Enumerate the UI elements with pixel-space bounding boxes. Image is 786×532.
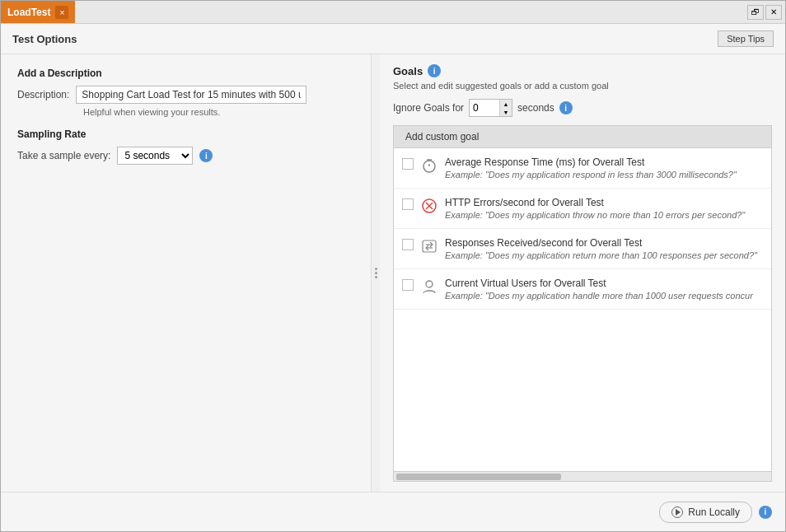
- close-tab-button[interactable]: ×: [55, 6, 68, 19]
- app-title: LoadTest: [7, 7, 50, 18]
- goal-text-2: HTTP Errors/second for Overall Test Exam…: [445, 197, 763, 220]
- sample-label: Take a sample every:: [17, 150, 110, 161]
- title-tab: LoadTest ×: [1, 1, 75, 23]
- svg-rect-7: [423, 240, 436, 252]
- run-locally-button[interactable]: Run Locally: [659, 502, 752, 523]
- description-field-row: Description:: [17, 86, 354, 104]
- ignore-value-input-wrap: ▲ ▼: [469, 99, 512, 117]
- panel-header: Test Options Step Tips: [1, 24, 785, 54]
- goal-item: Responses Received/second for Overall Te…: [394, 229, 771, 269]
- play-icon: [671, 506, 683, 518]
- sampling-section: Sampling Rate Take a sample every: 5 sec…: [17, 128, 354, 165]
- goal-title-1: Average Response Time (ms) for Overall T…: [445, 156, 763, 168]
- timer-icon: [420, 156, 438, 175]
- goal-item: Current Virtual Users for Overall Test E…: [394, 269, 771, 310]
- goal-example-3: Example: "Does my application return mor…: [445, 250, 763, 260]
- footer: Run Locally i: [1, 492, 785, 531]
- goal-checkbox-3[interactable]: [402, 239, 414, 250]
- goal-example-4: Example: "Does my application handle mor…: [445, 291, 763, 301]
- ignore-value-input[interactable]: [470, 100, 499, 116]
- description-help: Helpful when viewing your results.: [83, 107, 354, 117]
- goal-checkbox-2[interactable]: [402, 198, 414, 210]
- add-custom-goal-button[interactable]: Add custom goal: [394, 126, 771, 148]
- seconds-label: seconds: [517, 102, 554, 114]
- divider-dot-3: [375, 276, 377, 278]
- goal-text-1: Average Response Time (ms) for Overall T…: [445, 156, 763, 180]
- right-panel: Goals i Select and edit suggested goals …: [380, 54, 785, 492]
- goals-list: Average Response Time (ms) for Overall T…: [394, 148, 771, 471]
- main-content: Add a Description Description: Helpful w…: [1, 54, 785, 492]
- left-panel: Add a Description Description: Helpful w…: [1, 54, 372, 492]
- svg-point-10: [426, 281, 433, 287]
- spin-up-button[interactable]: ▲: [500, 100, 512, 108]
- goal-checkbox-1[interactable]: [402, 158, 414, 170]
- goals-subtitle: Select and edit suggested goals or add a…: [393, 81, 772, 91]
- restore-button[interactable]: 🗗: [747, 5, 764, 20]
- run-locally-label: Run Locally: [688, 506, 740, 518]
- window-controls: 🗗 ✕: [747, 5, 785, 20]
- sampling-title: Sampling Rate: [17, 128, 354, 140]
- goal-text-3: Responses Received/second for Overall Te…: [445, 237, 763, 260]
- description-input[interactable]: [76, 86, 306, 104]
- panel-title: Test Options: [12, 33, 77, 45]
- sampling-info-icon[interactable]: i: [199, 149, 213, 162]
- goal-title-3: Responses Received/second for Overall Te…: [445, 237, 763, 249]
- spin-down-button[interactable]: ▼: [500, 108, 512, 116]
- transfer-icon: [420, 237, 438, 255]
- description-section-title: Add a Description: [17, 68, 354, 79]
- scrollbar-track: [394, 471, 771, 481]
- goal-title-2: HTTP Errors/second for Overall Test: [445, 197, 763, 208]
- step-tips-button[interactable]: Step Tips: [718, 30, 774, 47]
- divider-dot-2: [375, 272, 377, 274]
- main-window: LoadTest × 🗗 ✕ Test Options Step Tips Ad…: [0, 0, 786, 532]
- goal-example-2: Example: "Does my application throw no m…: [445, 210, 763, 220]
- goal-title-4: Current Virtual Users for Overall Test: [445, 278, 763, 289]
- spinner-buttons: ▲ ▼: [499, 100, 512, 116]
- ignore-info-icon[interactable]: i: [559, 101, 573, 114]
- goals-title: Goals: [393, 65, 423, 77]
- goal-item: HTTP Errors/second for Overall Test Exam…: [394, 189, 771, 229]
- play-triangle: [676, 509, 681, 516]
- description-label: Description:: [17, 89, 69, 100]
- users-icon: [420, 278, 438, 296]
- ignore-label: Ignore Goals for: [393, 102, 464, 114]
- goal-checkbox-4[interactable]: [402, 279, 414, 291]
- sample-row: Take a sample every: 5 seconds 10 second…: [17, 147, 354, 165]
- maximize-button[interactable]: ✕: [765, 5, 782, 20]
- goal-item: Average Response Time (ms) for Overall T…: [394, 148, 771, 189]
- goals-header: Goals i: [393, 64, 772, 77]
- goals-box: Add custom goal: [393, 125, 772, 482]
- sample-rate-dropdown[interactable]: 5 seconds 10 seconds 15 seconds 30 secon…: [117, 147, 193, 165]
- goal-text-4: Current Virtual Users for Overall Test E…: [445, 278, 763, 301]
- goal-example-1: Example: "Does my application respond in…: [445, 170, 763, 180]
- scrollbar-thumb[interactable]: [396, 474, 561, 480]
- error-icon: [420, 197, 438, 215]
- panel-divider[interactable]: [372, 54, 380, 492]
- ignore-goals-row: Ignore Goals for ▲ ▼ seconds i: [393, 99, 772, 117]
- title-bar: LoadTest × 🗗 ✕: [1, 1, 785, 24]
- goals-info-icon[interactable]: i: [428, 64, 441, 77]
- footer-info-icon[interactable]: i: [759, 506, 772, 519]
- divider-dot-1: [375, 268, 377, 270]
